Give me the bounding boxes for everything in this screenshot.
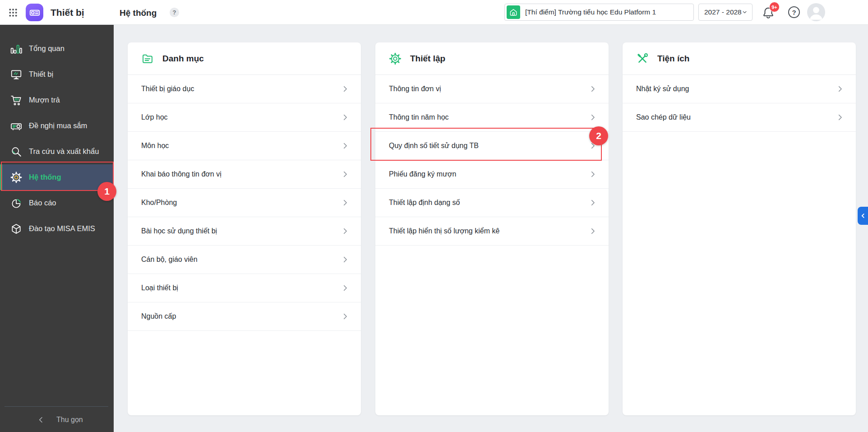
sidebar-item-bao-cao[interactable]: Báo cáo xyxy=(0,190,114,216)
menu-row-bai-hoc-su-dung-thiet-bi[interactable]: Bài học sử dụng thiết bị xyxy=(128,217,361,246)
card-thiet-lap: Thiết lập Thông tin đơn vị Thông tin năm… xyxy=(375,42,609,415)
sidebar-item-label: Đề nghị mua sắm xyxy=(29,121,87,130)
chevron-right-icon xyxy=(341,255,349,264)
card-header: Thiết lập xyxy=(375,42,609,75)
chevron-right-icon xyxy=(589,227,597,235)
chevron-right-icon xyxy=(341,199,349,207)
menu-row-sao-chep-du-lieu[interactable]: Sao chép dữ liệu xyxy=(623,103,856,132)
chevron-right-icon xyxy=(589,170,597,178)
card-title: Danh mục xyxy=(162,54,204,64)
annotation-step2-badge: 2 xyxy=(589,126,608,145)
row-label: Bài học sử dụng thiết bị xyxy=(141,227,217,235)
grid-dots-icon xyxy=(9,8,18,17)
menu-row-mon-hoc[interactable]: Môn học xyxy=(128,132,361,160)
school-year-selector[interactable]: 2027 - 2028 xyxy=(698,4,753,21)
chevron-left-icon xyxy=(860,213,866,219)
menu-row-thong-tin-don-vi[interactable]: Thông tin đơn vị xyxy=(375,75,609,103)
chevron-right-icon xyxy=(341,312,349,321)
menu-row-loai-thiet-bi[interactable]: Loại thiết bị xyxy=(128,274,361,302)
menu-row-nhat-ky-su-dung[interactable]: Nhật ký sử dụng xyxy=(623,75,856,103)
menu-row-thiet-lap-dinh-dang-so[interactable]: Thiết lập định dạng số xyxy=(375,189,609,217)
sidebar-item-de-nghi-mua-sam[interactable]: Đề nghị mua sắm xyxy=(0,113,114,139)
row-label: Kho/Phòng xyxy=(141,199,177,207)
school-selector[interactable]: [Thí điểm] Trường tiểu học Edu Platform … xyxy=(504,4,694,21)
sidebar-item-label: Tra cứu và xuất khẩu xyxy=(29,147,99,156)
menu-row-thong-tin-nam-hoc[interactable]: Thông tin năm học xyxy=(375,103,609,132)
sidebar-item-muon-tra[interactable]: Mượn trả xyxy=(0,87,114,113)
cube-icon xyxy=(10,223,23,235)
app-grid-icon[interactable] xyxy=(9,8,18,17)
row-label: Thiết lập hiển thị số lượng kiểm kê xyxy=(389,227,499,235)
card-header: Danh mục xyxy=(128,42,361,75)
menu-row-lop-hoc[interactable]: Lớp học xyxy=(128,103,361,132)
sidebar-item-dao-tao-misa-emis[interactable]: Đào tạo MISA EMIS xyxy=(0,216,114,242)
chevron-down-icon xyxy=(742,9,748,15)
menu-row-thiet-lap-hien-thi-so-luong-kiem-ke[interactable]: Thiết lập hiển thị số lượng kiểm kê xyxy=(375,217,609,246)
sidebar-item-he-thong[interactable]: Hệ thống xyxy=(0,164,114,190)
row-label: Thông tin đơn vị xyxy=(389,85,441,93)
menu-row-kho-phong[interactable]: Kho/Phòng xyxy=(128,189,361,217)
collapse-label: Thu gọn xyxy=(56,416,83,424)
row-label: Khai báo thông tin đơn vị xyxy=(141,170,222,178)
row-label: Lớp học xyxy=(141,113,168,121)
sidebar-collapse-button[interactable]: Thu gọn xyxy=(0,409,114,430)
chevron-right-icon xyxy=(341,85,349,93)
chevron-right-icon xyxy=(589,85,597,93)
projector-icon xyxy=(10,120,23,132)
sidebar-item-label: Báo cáo xyxy=(29,199,56,207)
sidebar-item-tong-quan[interactable]: Tổng quan xyxy=(0,36,114,61)
row-label: Cán bộ, giáo viên xyxy=(141,255,198,264)
menu-row-khai-bao-thong-tin-don-vi[interactable]: Khai báo thông tin đơn vị xyxy=(128,160,361,189)
chevron-left-icon xyxy=(37,416,45,423)
help-icon[interactable]: ? xyxy=(788,6,800,18)
school-year-label: 2027 - 2028 xyxy=(704,8,742,16)
bar-chart-icon xyxy=(10,42,23,55)
chevron-right-icon xyxy=(836,113,844,121)
school-selector-label: [Thí điểm] Trường tiểu học Edu Platform … xyxy=(525,8,656,16)
row-label: Thiết bị giáo dục xyxy=(141,85,194,93)
row-label: Nhật ký sử dụng xyxy=(636,85,689,93)
app-logo xyxy=(26,4,43,21)
user-avatar[interactable] xyxy=(807,3,825,21)
row-label: Phiếu đăng ký mượn xyxy=(389,170,456,178)
folder-document-icon xyxy=(141,52,154,65)
projector-logo-icon xyxy=(29,7,41,19)
sidebar-item-tra-cuu-va-xuat-khau[interactable]: Tra cứu và xuất khẩu xyxy=(0,139,114,164)
chevron-right-icon xyxy=(589,113,597,121)
cart-icon xyxy=(10,94,23,107)
page-title-breadcrumb: Hệ thống xyxy=(120,8,157,18)
menu-row-can-bo-giao-vien[interactable]: Cán bộ, giáo viên xyxy=(128,246,361,274)
sidebar-item-label: Mượn trả xyxy=(29,96,60,104)
menu-row-phieu-dang-ky-muon[interactable]: Phiếu đăng ký mượn xyxy=(375,160,609,189)
school-house-icon xyxy=(507,5,520,19)
sidebar-item-thiet-bi[interactable]: Thiết bị xyxy=(0,61,114,87)
gear-icon xyxy=(10,171,23,184)
card-danh-muc: Danh mục Thiết bị giáo dục Lớp học Môn h… xyxy=(128,42,361,415)
app-title: Thiết bị xyxy=(51,7,84,18)
app-window: Thiết bị Hệ thống ? [Thí điểm] Trường ti… xyxy=(0,0,868,432)
sidebar-divider xyxy=(5,406,108,407)
chevron-right-icon xyxy=(341,113,349,121)
row-label: Thiết lập định dạng số xyxy=(389,199,460,207)
side-panel-toggle[interactable] xyxy=(858,207,868,225)
magnifier-icon xyxy=(10,145,23,158)
menu-row-quy-dinh-so-tiet-su-dung-tb[interactable]: Quy định số tiết sử dụng TB xyxy=(375,132,609,160)
row-label: Thông tin năm học xyxy=(389,113,449,121)
chevron-right-icon xyxy=(341,227,349,235)
card-header: Tiện ích xyxy=(623,42,856,75)
notification-count-badge: 9+ xyxy=(769,2,780,12)
annotation-step1-badge: 1 xyxy=(97,182,116,201)
card-title: Thiết lập xyxy=(410,54,445,64)
row-label: Loại thiết bị xyxy=(141,284,178,292)
menu-row-thiet-bi-giao-duc[interactable]: Thiết bị giáo dục xyxy=(128,75,361,103)
menu-row-nguon-cap[interactable]: Nguồn cấp xyxy=(128,302,361,331)
chevron-right-icon xyxy=(589,199,597,207)
sidebar-item-label: Hệ thống xyxy=(29,173,61,181)
person-icon xyxy=(807,3,825,21)
chevron-right-icon xyxy=(341,142,349,150)
sidebar-item-label: Thiết bị xyxy=(29,70,53,79)
sidebar: Tổng quan Thiết bị Mượn t xyxy=(0,25,114,432)
row-label: Môn học xyxy=(141,142,169,150)
gear-icon xyxy=(389,52,402,65)
breadcrumb-help-icon[interactable]: ? xyxy=(170,8,179,17)
